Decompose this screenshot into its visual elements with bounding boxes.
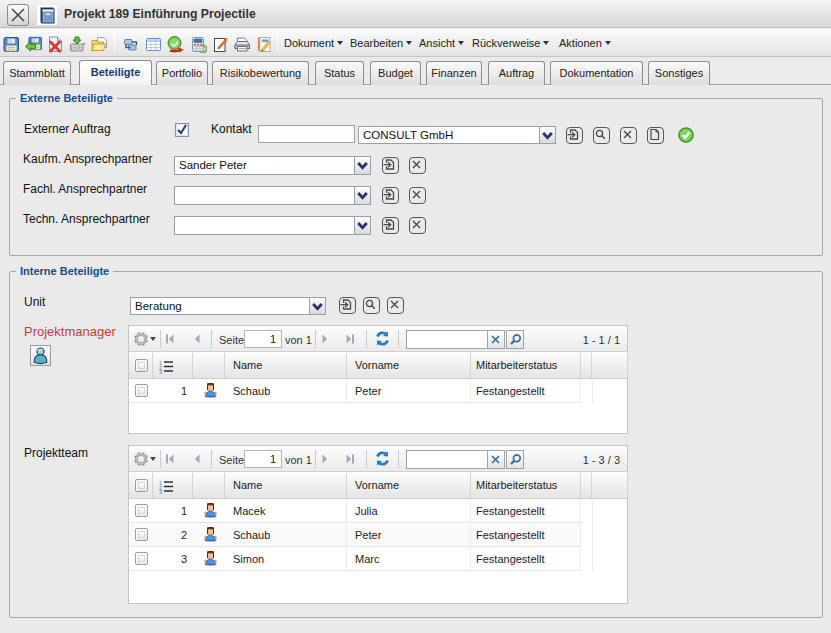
svg-text:3: 3 bbox=[159, 369, 162, 375]
svg-text:3: 3 bbox=[159, 489, 162, 495]
